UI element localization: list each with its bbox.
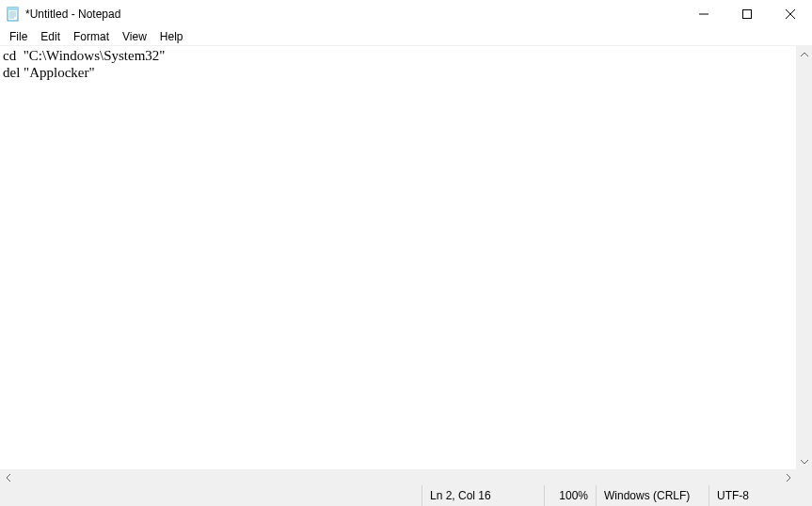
scroll-up-icon[interactable] [796, 46, 812, 62]
horizontal-scrollbar[interactable] [0, 469, 812, 485]
vertical-scroll-track[interactable] [796, 62, 812, 453]
status-line-ending: Windows (CRLF) [596, 485, 709, 506]
scroll-corner [796, 469, 812, 485]
menu-format[interactable]: Format [67, 29, 116, 44]
menu-view[interactable]: View [116, 29, 153, 44]
menu-file[interactable]: File [3, 29, 34, 44]
text-editor[interactable]: cd "C:\Windows\System32" del "Applocker" [0, 46, 796, 469]
status-zoom: 100% [544, 485, 596, 506]
status-encoding: UTF-8 [709, 485, 812, 506]
scroll-right-icon[interactable] [780, 469, 796, 485]
horizontal-scroll-track[interactable] [16, 469, 780, 485]
scroll-left-icon[interactable] [0, 469, 16, 485]
window-title: *Untitled - Notepad [25, 8, 120, 21]
scroll-down-icon[interactable] [796, 453, 812, 469]
status-bar: Ln 2, Col 16 100% Windows (CRLF) UTF-8 [0, 485, 812, 506]
status-spacer [0, 485, 422, 506]
menu-edit[interactable]: Edit [34, 29, 67, 44]
close-button[interactable] [769, 0, 812, 28]
minimize-button[interactable] [682, 0, 725, 28]
vertical-scrollbar[interactable] [796, 46, 812, 469]
status-position: Ln 2, Col 16 [422, 485, 544, 506]
window-controls [682, 0, 812, 28]
notepad-icon [6, 7, 21, 22]
title-bar: *Untitled - Notepad [0, 0, 812, 28]
menu-help[interactable]: Help [153, 29, 190, 44]
maximize-button[interactable] [725, 0, 769, 28]
menu-bar: File Edit Format View Help [0, 28, 812, 46]
svg-rect-7 [743, 10, 752, 19]
svg-rect-1 [8, 8, 18, 10]
editor-container: cd "C:\Windows\System32" del "Applocker" [0, 46, 812, 469]
